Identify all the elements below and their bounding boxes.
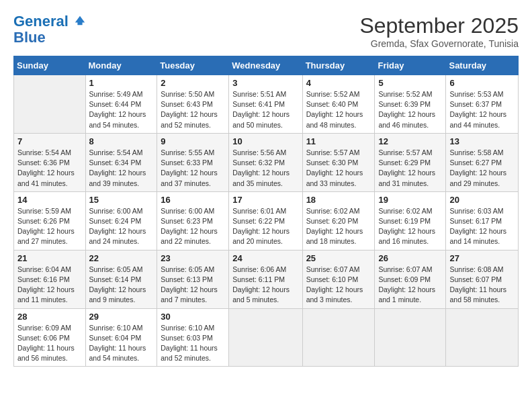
weekday-header-tuesday: Tuesday [157, 56, 229, 75]
calendar-cell: 8Sunrise: 5:54 AM Sunset: 6:34 PM Daylig… [85, 133, 157, 191]
day-number: 27 [449, 253, 515, 263]
day-info: Sunrise: 6:05 AM Sunset: 6:14 PM Dayligh… [89, 265, 154, 306]
logo-general: General [13, 13, 69, 30]
day-number: 13 [449, 136, 515, 146]
day-info: Sunrise: 5:51 AM Sunset: 6:41 PM Dayligh… [232, 89, 298, 130]
calendar-cell: 14Sunrise: 5:59 AM Sunset: 6:26 PM Dayli… [14, 191, 86, 250]
day-number: 2 [161, 78, 225, 88]
day-number: 29 [89, 312, 154, 322]
day-number: 24 [232, 253, 298, 263]
day-info: Sunrise: 6:10 AM Sunset: 6:04 PM Dayligh… [89, 323, 154, 364]
day-number: 12 [378, 136, 442, 146]
day-number: 7 [17, 136, 82, 146]
calendar-cell: 12Sunrise: 5:57 AM Sunset: 6:29 PM Dayli… [375, 133, 446, 191]
day-info: Sunrise: 5:54 AM Sunset: 6:34 PM Dayligh… [89, 148, 154, 189]
calendar-cell: 15Sunrise: 6:00 AM Sunset: 6:24 PM Dayli… [85, 191, 157, 250]
day-info: Sunrise: 6:00 AM Sunset: 6:24 PM Dayligh… [89, 206, 154, 247]
calendar-cell [375, 308, 446, 367]
calendar-cell: 10Sunrise: 5:56 AM Sunset: 6:32 PM Dayli… [229, 133, 302, 191]
day-info: Sunrise: 5:57 AM Sunset: 6:29 PM Dayligh… [378, 148, 442, 189]
calendar-cell [14, 75, 86, 134]
day-info: Sunrise: 6:10 AM Sunset: 6:03 PM Dayligh… [161, 323, 225, 364]
calendar-cell: 11Sunrise: 5:57 AM Sunset: 6:30 PM Dayli… [302, 133, 375, 191]
calendar-cell: 9Sunrise: 5:55 AM Sunset: 6:33 PM Daylig… [157, 133, 229, 191]
day-info: Sunrise: 6:07 AM Sunset: 6:10 PM Dayligh… [306, 265, 371, 306]
calendar-cell: 18Sunrise: 6:02 AM Sunset: 6:20 PM Dayli… [302, 191, 375, 250]
calendar-cell: 4Sunrise: 5:52 AM Sunset: 6:40 PM Daylig… [302, 75, 375, 134]
location-subtitle: Gremda, Sfax Governorate, Tunisia [359, 38, 519, 49]
day-info: Sunrise: 5:53 AM Sunset: 6:37 PM Dayligh… [449, 89, 515, 130]
calendar-cell: 16Sunrise: 6:00 AM Sunset: 6:23 PM Dayli… [157, 191, 229, 250]
day-info: Sunrise: 5:57 AM Sunset: 6:30 PM Dayligh… [306, 148, 371, 189]
calendar-cell: 3Sunrise: 5:51 AM Sunset: 6:41 PM Daylig… [229, 75, 302, 134]
month-title: September 2025 [359, 13, 519, 38]
calendar-cell [302, 308, 375, 367]
day-number: 11 [306, 136, 371, 146]
weekday-header-saturday: Saturday [446, 56, 519, 75]
day-number: 14 [17, 195, 82, 205]
calendar-cell: 30Sunrise: 6:10 AM Sunset: 6:03 PM Dayli… [157, 308, 229, 367]
calendar-week-row: 7Sunrise: 5:54 AM Sunset: 6:36 PM Daylig… [14, 133, 519, 191]
day-number: 22 [89, 253, 154, 263]
logo-blue: Blue [13, 29, 46, 46]
page-header: General Blue September 2025 Gremda, Sfax… [13, 13, 519, 49]
calendar-cell: 13Sunrise: 5:58 AM Sunset: 6:27 PM Dayli… [446, 133, 519, 191]
day-info: Sunrise: 5:52 AM Sunset: 6:39 PM Dayligh… [378, 89, 442, 130]
day-info: Sunrise: 5:50 AM Sunset: 6:43 PM Dayligh… [161, 89, 225, 130]
calendar-cell: 27Sunrise: 6:08 AM Sunset: 6:07 PM Dayli… [446, 250, 519, 308]
day-info: Sunrise: 6:03 AM Sunset: 6:17 PM Dayligh… [449, 206, 515, 247]
day-number: 6 [449, 78, 515, 88]
day-info: Sunrise: 6:07 AM Sunset: 6:09 PM Dayligh… [378, 265, 442, 306]
calendar-cell: 17Sunrise: 6:01 AM Sunset: 6:22 PM Dayli… [229, 191, 302, 250]
day-number: 15 [89, 195, 154, 205]
calendar-table: SundayMondayTuesdayWednesdayThursdayFrid… [13, 56, 519, 367]
calendar-header-row: SundayMondayTuesdayWednesdayThursdayFrid… [14, 56, 519, 75]
day-number: 17 [232, 195, 298, 205]
day-info: Sunrise: 6:00 AM Sunset: 6:23 PM Dayligh… [161, 206, 225, 247]
weekday-header-monday: Monday [85, 56, 157, 75]
day-info: Sunrise: 6:01 AM Sunset: 6:22 PM Dayligh… [232, 206, 298, 247]
day-number: 23 [161, 253, 225, 263]
calendar-week-row: 21Sunrise: 6:04 AM Sunset: 6:16 PM Dayli… [14, 250, 519, 308]
day-info: Sunrise: 6:02 AM Sunset: 6:19 PM Dayligh… [378, 206, 442, 247]
weekday-header-thursday: Thursday [302, 56, 375, 75]
calendar-cell: 29Sunrise: 6:10 AM Sunset: 6:04 PM Dayli… [85, 308, 157, 367]
day-info: Sunrise: 6:02 AM Sunset: 6:20 PM Dayligh… [306, 206, 371, 247]
title-block: September 2025 Gremda, Sfax Governorate,… [359, 13, 519, 49]
calendar-cell: 22Sunrise: 6:05 AM Sunset: 6:14 PM Dayli… [85, 250, 157, 308]
calendar-week-row: 1Sunrise: 5:49 AM Sunset: 6:44 PM Daylig… [14, 75, 519, 134]
day-info: Sunrise: 6:06 AM Sunset: 6:11 PM Dayligh… [232, 265, 298, 306]
day-number: 3 [232, 78, 298, 88]
calendar-cell: 23Sunrise: 6:05 AM Sunset: 6:13 PM Dayli… [157, 250, 229, 308]
weekday-header-wednesday: Wednesday [229, 56, 302, 75]
calendar-cell: 5Sunrise: 5:52 AM Sunset: 6:39 PM Daylig… [375, 75, 446, 134]
day-info: Sunrise: 6:04 AM Sunset: 6:16 PM Dayligh… [17, 265, 82, 306]
day-number: 4 [306, 78, 371, 88]
calendar-cell: 24Sunrise: 6:06 AM Sunset: 6:11 PM Dayli… [229, 250, 302, 308]
day-info: Sunrise: 5:54 AM Sunset: 6:36 PM Dayligh… [17, 148, 82, 189]
day-info: Sunrise: 6:08 AM Sunset: 6:07 PM Dayligh… [449, 265, 515, 306]
day-number: 9 [161, 136, 225, 146]
calendar-cell: 6Sunrise: 5:53 AM Sunset: 6:37 PM Daylig… [446, 75, 519, 134]
day-number: 19 [378, 195, 442, 205]
calendar-cell: 28Sunrise: 6:09 AM Sunset: 6:06 PM Dayli… [14, 308, 86, 367]
logo-icon [74, 14, 86, 26]
day-number: 16 [161, 195, 225, 205]
calendar-cell: 25Sunrise: 6:07 AM Sunset: 6:10 PM Dayli… [302, 250, 375, 308]
svg-marker-0 [75, 16, 85, 26]
calendar-cell: 20Sunrise: 6:03 AM Sunset: 6:17 PM Dayli… [446, 191, 519, 250]
day-info: Sunrise: 5:59 AM Sunset: 6:26 PM Dayligh… [17, 206, 82, 247]
calendar-cell [446, 308, 519, 367]
day-number: 10 [232, 136, 298, 146]
day-number: 30 [161, 312, 225, 322]
day-info: Sunrise: 5:55 AM Sunset: 6:33 PM Dayligh… [161, 148, 225, 189]
calendar-cell [229, 308, 302, 367]
day-number: 20 [449, 195, 515, 205]
day-info: Sunrise: 6:05 AM Sunset: 6:13 PM Dayligh… [161, 265, 225, 306]
day-number: 1 [89, 78, 154, 88]
calendar-week-row: 14Sunrise: 5:59 AM Sunset: 6:26 PM Dayli… [14, 191, 519, 250]
day-number: 8 [89, 136, 154, 146]
day-number: 28 [17, 312, 82, 322]
calendar-cell: 21Sunrise: 6:04 AM Sunset: 6:16 PM Dayli… [14, 250, 86, 308]
weekday-header-friday: Friday [375, 56, 446, 75]
